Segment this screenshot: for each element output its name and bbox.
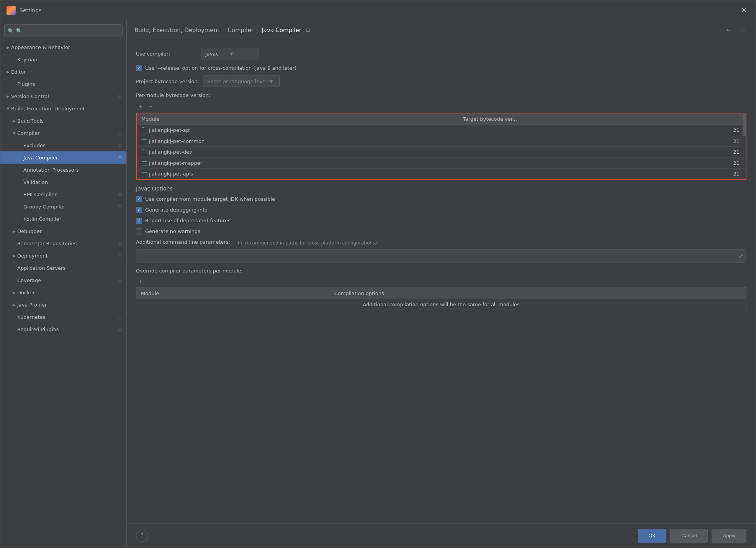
right-panel: Build, Execution, Deployment › Compiler … [127, 20, 756, 548]
table-row[interactable]: jialiangkj-pet-apis 21 [137, 169, 746, 179]
module-icon [141, 172, 147, 177]
deprecated-checkbox[interactable] [136, 218, 142, 224]
deprecated-row: Report use of deprecated features [136, 218, 746, 224]
expand-arrow: ▼ [5, 105, 11, 112]
spacer [17, 203, 23, 210]
close-button[interactable]: ✕ [739, 5, 749, 16]
sidebar-item-compiler[interactable]: ▼ Compiler ⊡ [0, 127, 126, 139]
cancel-button[interactable]: Cancel [670, 529, 708, 543]
use-compiler-dropdown[interactable]: Javac ▼ [201, 48, 259, 59]
override-add-button[interactable]: + [136, 277, 145, 286]
sidebar-item-label: Application Servers [17, 265, 122, 271]
project-bytecode-dropdown[interactable]: Same as language level ▼ [203, 75, 280, 87]
use-module-jdk-checkbox[interactable] [136, 196, 142, 202]
nav-forward-button[interactable]: → [737, 25, 748, 36]
use-compiler-row: Use compiler: Javac ▼ [136, 48, 746, 59]
sidebar-item-rmi-compiler[interactable]: RMI Compiler ⊡ [0, 188, 126, 200]
module-icon [141, 139, 147, 144]
override-table: Module Compilation options Additional co… [136, 287, 746, 310]
target-version: 21 [458, 125, 746, 136]
use-release-label: Use '--release' option for cross-compila… [145, 65, 296, 71]
no-warnings-checkbox[interactable] [136, 228, 142, 235]
apply-button[interactable]: Apply [712, 529, 746, 543]
sidebar-item-annotation-processors[interactable]: Annotation Processors ⊡ [0, 164, 126, 176]
no-warnings-row: Generate no warnings [136, 228, 746, 235]
sidebar-item-version-control[interactable]: ▶ Version Control ⊡ [0, 90, 126, 102]
breadcrumb-pin-icon[interactable]: ⊡ [306, 27, 310, 33]
sidebar-item-required-plugins[interactable]: Required Plugins ⊡ [0, 323, 126, 335]
pin-icon: ⊡ [118, 204, 122, 209]
sidebar-item-label: Java Profiler [17, 302, 122, 308]
javac-options-title: Javac Options [136, 185, 746, 192]
sidebar-item-java-profiler[interactable]: ▶ Java Profiler [0, 299, 126, 311]
use-module-jdk-label: Use compiler from module target JDK when… [145, 196, 275, 202]
spacer [11, 240, 17, 246]
spacer [17, 142, 23, 148]
sidebar-item-remote-jar[interactable]: Remote Jar Repositories ⊡ [0, 237, 126, 249]
sidebar-item-kubernetes[interactable]: Kubernetes ⊡ [0, 311, 126, 323]
sidebar-item-plugins[interactable]: Plugins [0, 78, 126, 90]
add-module-button[interactable]: + [136, 102, 145, 111]
sidebar-item-label: Plugins [17, 81, 122, 87]
target-version: 21 [458, 169, 746, 179]
pin-icon: ⊡ [118, 118, 122, 123]
override-empty-msg: Additional compilation options will be t… [136, 299, 746, 310]
sidebar-item-docker[interactable]: ▶ Docker [0, 286, 126, 299]
sidebar-item-label: Deployment [17, 253, 117, 259]
sidebar-item-coverage[interactable]: Coverage ⊡ [0, 274, 126, 286]
expand-arrow: ▶ [5, 69, 11, 75]
sidebar-item-label: Groovy Compiler [23, 204, 117, 210]
sidebar-item-keymap[interactable]: Keymap [0, 53, 126, 66]
override-remove-button[interactable]: − [146, 277, 155, 286]
main-content: 🔍 ▶ Appearance & Behavior Keymap ▶ Edito… [0, 20, 756, 548]
spacer [11, 56, 17, 62]
expand-button[interactable]: ⤢ [739, 253, 743, 259]
bytecode-value: Same as language level [207, 79, 267, 84]
table-scrollbar-thumb[interactable] [743, 113, 746, 136]
help-button[interactable]: ? [136, 530, 148, 542]
breadcrumb-build[interactable]: Build, Execution, Deployment [134, 27, 219, 34]
sidebar-item-label: Kotlin Compiler [23, 216, 122, 222]
override-toolbar: + − [136, 277, 746, 286]
sidebar-item-label: Build Tools [17, 118, 117, 124]
table-row[interactable]: jialiangkj-pet-dev 21 [137, 147, 746, 158]
bottom-bar: ? OK Cancel Apply [127, 523, 756, 548]
search-input[interactable] [16, 28, 119, 34]
sidebar-item-editor[interactable]: ▶ Editor [0, 66, 126, 78]
sidebar-item-java-compiler[interactable]: Java Compiler ⊡ [0, 151, 126, 164]
no-warnings-label: Generate no warnings [145, 228, 200, 234]
sidebar-item-excludes[interactable]: Excludes ⊡ [0, 139, 126, 151]
pin-icon: ⊡ [118, 192, 122, 197]
use-release-checkbox[interactable] [136, 65, 142, 71]
spacer [17, 191, 23, 197]
expand-arrow: ▶ [5, 44, 11, 50]
use-release-row: Use '--release' option for cross-compila… [136, 65, 746, 71]
sidebar-item-groovy-compiler[interactable]: Groovy Compiler ⊡ [0, 200, 126, 213]
ok-button[interactable]: OK [638, 529, 666, 543]
params-input[interactable] [136, 249, 746, 263]
sidebar-item-application-servers[interactable]: Application Servers [0, 262, 126, 274]
sidebar-item-label: Excludes [23, 143, 117, 148]
override-options-col: Compilation options [330, 287, 746, 299]
sidebar-item-validation[interactable]: Validation [0, 176, 126, 188]
project-bytecode-label: Project bytecode version: [136, 79, 199, 84]
params-input-wrapper: ⤢ [136, 249, 746, 263]
sidebar-item-deployment[interactable]: ▶ Deployment ⊡ [0, 249, 126, 262]
nav-back-button[interactable]: ← [723, 25, 734, 36]
sidebar-item-label: Annotation Processors [23, 167, 117, 173]
sidebar-item-build-tools[interactable]: ▶ Build Tools ⊡ [0, 115, 126, 127]
sidebar-item-build-execution[interactable]: ▼ Build, Execution, Deployment [0, 102, 126, 115]
sidebar-item-debugger[interactable]: ▶ Debugger [0, 225, 126, 237]
table-row[interactable]: jialiangkj-pet-common 21 [137, 136, 746, 147]
expand-arrow: ▶ [11, 302, 17, 308]
sidebar: 🔍 ▶ Appearance & Behavior Keymap ▶ Edito… [0, 20, 127, 548]
table-row[interactable]: jialiangkj-pet-api 21 [137, 125, 746, 136]
table-row[interactable]: jialiangkj-pet-mapper 21 [137, 158, 746, 169]
search-box[interactable]: 🔍 [4, 24, 123, 37]
sidebar-item-label: Validation [23, 179, 122, 185]
sidebar-item-kotlin-compiler[interactable]: Kotlin Compiler [0, 213, 126, 225]
remove-module-button[interactable]: − [146, 102, 155, 111]
sidebar-item-appearance[interactable]: ▶ Appearance & Behavior [0, 41, 126, 53]
breadcrumb-compiler[interactable]: Compiler [227, 27, 254, 34]
debug-info-checkbox[interactable] [136, 207, 142, 213]
